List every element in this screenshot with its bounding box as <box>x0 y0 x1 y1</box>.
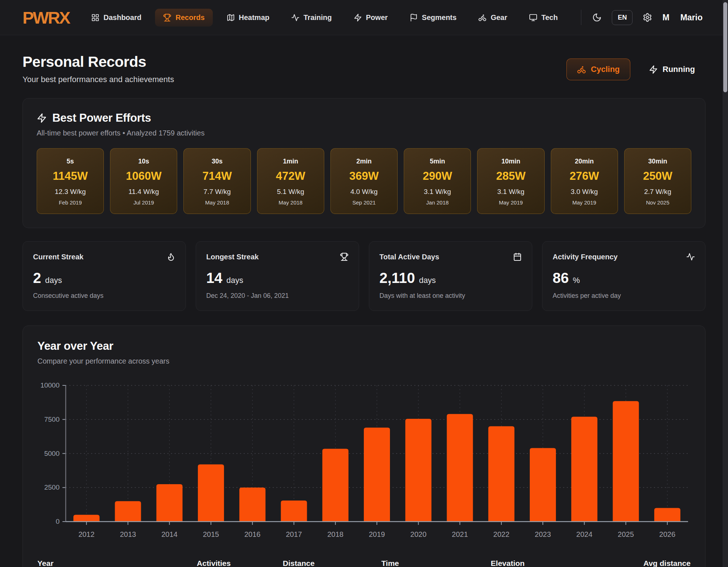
stats-row: Current Streak2daysConsecutive active da… <box>23 241 705 311</box>
effort-wkg: 3.1 W/kg <box>406 188 468 196</box>
nav-item-gear[interactable]: Gear <box>470 9 515 27</box>
pulse-icon <box>686 252 695 261</box>
effort-date: Jul 2019 <box>113 199 175 206</box>
stat-card-activity-frequency: Activity Frequency86%Activities per acti… <box>542 241 705 311</box>
bar-2016[interactable] <box>239 487 265 522</box>
bar-2022[interactable] <box>488 426 515 522</box>
brand-logo[interactable]: PWRX <box>23 9 69 26</box>
language-button[interactable]: EN <box>612 10 633 25</box>
x-tick-label: 2020 <box>410 530 427 538</box>
map-icon <box>227 13 235 22</box>
sport-toggle-cycling[interactable]: Cycling <box>566 58 630 80</box>
effort-duration: 10s <box>113 158 175 165</box>
page-subtitle: Your best performances and achievements <box>23 75 174 84</box>
stat-unit: % <box>573 276 580 285</box>
stat-caption: Days with at least one activity <box>379 292 522 300</box>
nav-item-label: Records <box>175 13 204 22</box>
stat-value-row: 14days <box>206 270 349 286</box>
yoy-subtitle: Compare your performance across years <box>37 357 691 365</box>
yoy-column-header-year: Year <box>37 559 168 567</box>
nav-item-heatmap[interactable]: Heatmap <box>219 9 277 27</box>
effort-wkg: 7.7 W/kg <box>186 188 248 196</box>
bar-2023[interactable] <box>530 448 556 522</box>
stat-unit: days <box>227 276 243 285</box>
effort-date: May 2018 <box>186 199 248 206</box>
effort-power: 369W <box>333 170 395 183</box>
effort-duration: 5min <box>406 158 468 165</box>
stat-caption: Dec 24, 2020 - Jan 06, 2021 <box>206 292 349 300</box>
nav-item-records[interactable]: Records <box>155 9 212 27</box>
effort-wkg: 3.1 W/kg <box>480 188 542 196</box>
bar-2013[interactable] <box>115 501 141 522</box>
bar-2017[interactable] <box>281 501 307 522</box>
flag-icon <box>410 13 418 22</box>
monitor-icon <box>529 13 537 22</box>
bar-2015[interactable] <box>198 465 224 522</box>
x-tick-label: 2016 <box>244 530 261 538</box>
stat-card-total-active-days: Total Active Days2,110daysDays with at l… <box>369 241 532 311</box>
sport-toggle-running[interactable]: Running <box>638 58 705 80</box>
year-over-year-card: Year over Year Compare your performance … <box>23 325 705 567</box>
dark-mode-toggle[interactable] <box>592 13 602 22</box>
top-nav: PWRX DashboardRecordsHeatmapTrainingPowe… <box>0 0 728 35</box>
stat-card-head: Activity Frequency <box>553 252 695 261</box>
effort-wkg: 5.1 W/kg <box>260 188 322 196</box>
zap-icon <box>649 65 658 74</box>
effort-date: Nov 2025 <box>627 199 689 206</box>
effort-power: 290W <box>406 170 468 183</box>
yoy-column-header-time: Time <box>338 559 443 567</box>
stat-title: Total Active Days <box>379 253 439 261</box>
x-tick-label: 2013 <box>120 530 136 538</box>
y-tick-label: 5000 <box>44 450 60 457</box>
bar-2020[interactable] <box>405 419 431 522</box>
bar-2025[interactable] <box>613 401 639 522</box>
nav-item-label: Heatmap <box>239 13 269 22</box>
bar-2026[interactable] <box>654 508 680 522</box>
effort-date: Feb 2019 <box>39 199 101 206</box>
effort-duration: 30min <box>627 158 689 165</box>
effort-power: 472W <box>260 170 322 183</box>
zap-icon <box>354 13 362 22</box>
bar-2019[interactable] <box>364 428 390 522</box>
effort-date: Sep 2021 <box>333 199 395 206</box>
scrollbar-track[interactable] <box>723 0 728 567</box>
bar-2014[interactable] <box>156 484 183 522</box>
best-power-efforts-card: Best Power Efforts All-time best power e… <box>23 98 705 228</box>
bar-2012[interactable] <box>73 515 99 522</box>
stat-unit: days <box>45 276 62 285</box>
trophy-icon <box>163 13 171 22</box>
nav-item-dashboard[interactable]: Dashboard <box>83 9 149 27</box>
power-effort-tile: 10s1060W11.4 W/kgJul 2019 <box>110 148 177 214</box>
nav-item-segments[interactable]: Segments <box>402 9 465 27</box>
effort-wkg: 12.3 W/kg <box>39 188 101 196</box>
effort-date: May 2018 <box>260 199 322 206</box>
sport-toggle-label: Running <box>663 65 695 74</box>
settings-button[interactable] <box>643 13 652 22</box>
stat-card-head: Total Active Days <box>379 252 522 261</box>
nav-item-tech[interactable]: Tech <box>521 9 566 27</box>
nav-item-label: Training <box>304 13 332 22</box>
bar-2021[interactable] <box>447 414 473 522</box>
user-name: Mario <box>680 13 703 23</box>
stat-title: Longest Streak <box>206 253 259 261</box>
power-effort-tile: 1min472W5.1 W/kgMay 2018 <box>257 148 324 214</box>
yoy-column-header-avg-distance: Avg distance <box>573 559 691 567</box>
stat-card-head: Longest Streak <box>206 252 349 261</box>
stat-value-row: 2,110days <box>379 270 522 286</box>
pulse-icon <box>291 13 300 22</box>
avatar: M <box>662 13 669 23</box>
stat-value: 14 <box>206 270 223 286</box>
stat-value: 2 <box>33 270 41 286</box>
power-effort-tile: 30min250W2.7 W/kgNov 2025 <box>624 148 691 214</box>
main-content: Personal Records Your best performances … <box>0 35 728 567</box>
x-tick-label: 2022 <box>493 530 510 538</box>
bar-2018[interactable] <box>322 449 349 522</box>
scrollbar-thumb[interactable] <box>723 2 727 92</box>
stat-card-current-streak: Current Streak2daysConsecutive active da… <box>23 241 186 311</box>
nav-item-training[interactable]: Training <box>283 9 340 27</box>
user-menu[interactable]: M Mario <box>662 13 703 23</box>
stat-card-head: Current Streak <box>33 252 175 261</box>
nav-item-power[interactable]: Power <box>346 9 396 27</box>
effort-power: 1060W <box>113 170 175 183</box>
bar-2024[interactable] <box>571 417 597 522</box>
